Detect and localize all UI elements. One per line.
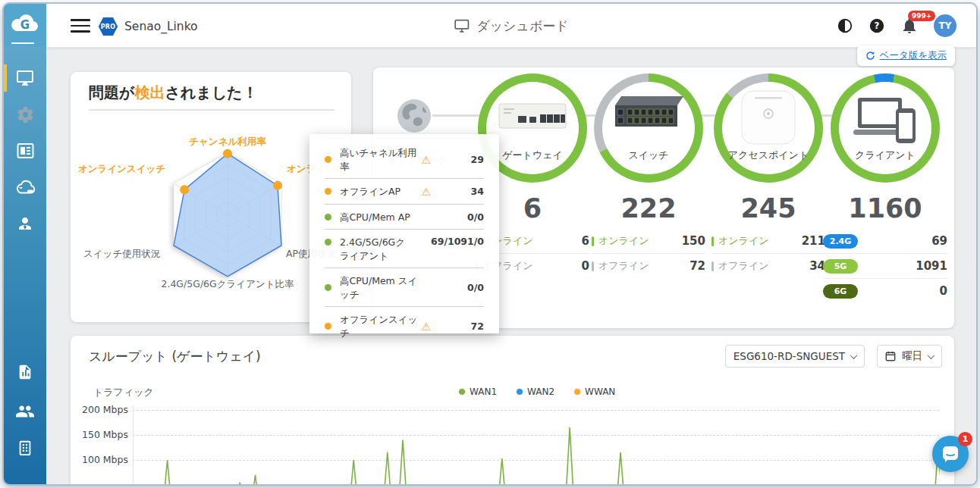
alert-summary-tooltip: 高いチャネル利用率⚠29 オフラインAP⚠34 高CPU/Mem AP⚠0/0 … [309, 134, 499, 333]
tooltip-row-clients[interactable]: 2.4G/5G/6Gクライアント⚠69/1091/0 [325, 230, 484, 268]
tooltip-row-channel[interactable]: 高いチャネル利用率⚠29 [325, 140, 484, 179]
status-dot [325, 156, 331, 163]
status-dot [325, 284, 331, 291]
sidebar-item-firmware[interactable] [4, 172, 46, 202]
clients-stats: 2.4G69 5G1091 6G0 [823, 231, 947, 301]
dashboard-monitor-icon [15, 69, 35, 87]
throughput-card: スループット (ゲートウェイ) ESG610-RD-SNGUEST 曜日 トラフ… [71, 336, 954, 486]
y-tick-200: 200 Mbps [81, 404, 128, 415]
legend-wan2[interactable]: WAN2 [517, 386, 554, 397]
beta-link-pill[interactable]: ベータ版を表示 [857, 45, 955, 66]
switch-total: 222 [594, 193, 703, 224]
sidebar-item-settings[interactable] [4, 99, 46, 130]
chat-unread-badge: 1 [958, 432, 972, 446]
technician-icon [16, 214, 34, 233]
status-dot [325, 323, 331, 330]
app-window: G [2, 2, 978, 486]
tooltip-row-cpu-ap[interactable]: 高CPU/Mem AP⚠0/0 [325, 205, 484, 230]
top-header: PRO Senao_Linko ダッシュボード ? 999+ TY [46, 4, 976, 48]
switch-ring[interactable]: スイッチ [594, 74, 703, 183]
legend-dot [574, 389, 580, 395]
pro-badge: PRO [98, 17, 118, 36]
throughput-line-chart [133, 404, 940, 486]
page-title: ダッシュボード [454, 4, 568, 48]
y-tick-100: 100 Mbps [81, 454, 128, 465]
internet-globe-icon [396, 98, 432, 134]
chevron-down-icon [928, 352, 935, 359]
sidebar-item-report[interactable] [4, 357, 46, 387]
sidebar-item-news[interactable] [4, 136, 46, 166]
access-point-total: 245 [714, 193, 823, 224]
sidebar-item-dashboard[interactable] [4, 63, 46, 93]
cloud-g-icon: G [10, 11, 40, 37]
avatar[interactable]: TY [934, 14, 956, 37]
gateway-image [498, 99, 567, 131]
tooltip-row-cpu-switch[interactable]: 高CPU/Mem スイッチ⚠0/0 [325, 268, 484, 307]
notifications-button[interactable]: 999+ [900, 17, 919, 35]
access-point-ring[interactable]: アクセスポイント [714, 74, 823, 183]
report-icon [17, 363, 33, 381]
gateway-label: ゲートウェイ [502, 149, 563, 162]
teams-icon [15, 403, 35, 420]
band-5g-pill: 5G [823, 259, 858, 274]
tooltip-row-offline-ap[interactable]: オフラインAP⚠34 [325, 179, 484, 205]
chart-legend: WAN1 WAN2 WWAN [459, 386, 615, 397]
period-select[interactable]: 曜日 [877, 345, 942, 368]
legend-wwan[interactable]: WWAN [574, 386, 615, 397]
clients-image [852, 96, 919, 146]
y-tick-150: 150 Mbps [81, 429, 128, 440]
chat-bubble-icon [941, 445, 960, 463]
traffic-axis-label: トラフィック [93, 386, 154, 399]
switch-image [611, 93, 686, 133]
monitor-icon [454, 19, 470, 33]
status-dot [325, 188, 331, 195]
svg-text:G: G [20, 18, 30, 32]
calendar-icon [885, 351, 896, 361]
menu-hamburger-icon[interactable] [71, 19, 90, 33]
chevron-down-icon [850, 352, 858, 359]
help-icon[interactable]: ? [868, 17, 885, 34]
switch-stats: オンライン150 オフライン72 [592, 231, 705, 276]
switch-label: スイッチ [628, 149, 668, 162]
access-point-stats: オンライン211 オフライン34 [711, 231, 825, 276]
radar-axis-online-switch: オンラインスイッチ [78, 163, 165, 176]
org-name[interactable]: Senao_Linko [124, 20, 198, 33]
legend-dot [459, 389, 465, 395]
band-2-4g-pill: 2.4G [823, 234, 858, 249]
clients-label: クライアント [855, 149, 916, 162]
brand-cloud-logo[interactable]: G [4, 4, 46, 46]
warning-icon: ⚠ [421, 321, 431, 333]
clients-ring[interactable]: クライアント [831, 74, 940, 183]
organization-icon [17, 439, 33, 457]
clients-total: 1160 [831, 193, 940, 224]
warning-icon: ⚠ [421, 186, 431, 198]
refresh-icon [865, 51, 875, 61]
sidebar-item-account[interactable] [4, 208, 46, 239]
sidebar-item-teams[interactable] [4, 396, 46, 427]
device-select[interactable]: ESG610-RD-SNGUEST [725, 345, 865, 368]
legend-dot [517, 389, 523, 395]
notification-count-badge: 999+ [908, 11, 935, 21]
cloud-sync-icon [15, 179, 36, 196]
contrast-theme-icon[interactable] [837, 17, 853, 34]
band-6g-pill: 6G [823, 284, 858, 299]
access-point-label: アクセスポイント [728, 149, 809, 162]
settings-gear-icon [16, 105, 35, 124]
throughput-title: スループット (ゲートウェイ) [89, 348, 261, 365]
tooltip-row-offline-switch[interactable]: オフラインスイッチ⚠72 [325, 307, 484, 345]
beta-link[interactable]: ベータ版を表示 [880, 49, 947, 62]
warning-icon: ⚠ [421, 154, 431, 166]
access-point-image [740, 89, 797, 146]
chat-button[interactable]: 1 [932, 436, 969, 472]
legend-wan1[interactable]: WAN1 [459, 386, 497, 397]
svg-text:?: ? [875, 20, 880, 31]
status-dot [325, 239, 331, 246]
sidebar-item-organization[interactable] [4, 433, 46, 463]
radar-axis-switch-usage: スイッチ使用状況 [83, 248, 160, 261]
main-content: ベータ版を表示 問題が検出されました！ チャンネル利用率 オンラインAP AP使… [46, 48, 976, 484]
news-icon [16, 142, 35, 159]
status-dot [325, 214, 331, 221]
sidebar: G [4, 4, 46, 484]
